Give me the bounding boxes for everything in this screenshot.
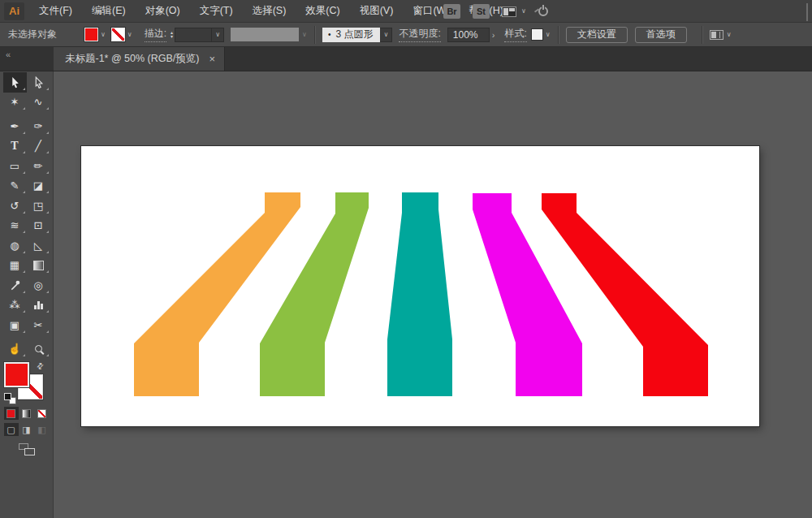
tool-symbol-sprayer[interactable]: ⁂ (3, 296, 27, 316)
document-tab[interactable]: 未标题-1* @ 50% (RGB/预览) × (54, 47, 225, 71)
brush-name: 3 点圆形 (335, 28, 373, 41)
brush-preview-dot-icon: • (328, 30, 331, 39)
style-swatch[interactable] (531, 28, 543, 41)
tool-free-transform[interactable]: ⊡ (27, 216, 50, 236)
tool-gradient[interactable] (27, 256, 50, 276)
none-button[interactable] (35, 407, 50, 420)
style-dropdown-icon[interactable]: ∨ (546, 32, 551, 38)
chevron-down-icon: ∨ (521, 8, 526, 15)
tool-line-segment[interactable]: ╱ (27, 136, 50, 157)
gpu-power-icon[interactable] (538, 6, 548, 16)
perspective-grid-icon: ◺ (34, 240, 42, 251)
color-button[interactable] (4, 407, 19, 420)
brush-dropdown-icon[interactable]: ∨ (380, 28, 392, 42)
tool-selection[interactable] (3, 72, 27, 93)
stroke-weight-field[interactable] (175, 28, 212, 42)
tool-eyedropper[interactable] (3, 275, 27, 296)
tool-slice[interactable]: ✂ (27, 315, 50, 335)
stroke-weight-stepper[interactable]: ▴ ▾ (171, 31, 173, 39)
fill-color-swatch[interactable] (84, 28, 98, 41)
tool-perspective-grid[interactable]: ◺ (27, 235, 50, 256)
tool-hand[interactable]: ☝ (3, 339, 27, 360)
menu-item-effect[interactable]: 效果(C) (305, 4, 339, 18)
scale-icon: ◳ (33, 201, 43, 211)
tool-mesh[interactable]: ▦ (3, 256, 27, 276)
toolbar-dock-header: « (0, 47, 54, 71)
tool-curvature[interactable]: ✑ (27, 116, 50, 136)
tool-direct-selection[interactable] (27, 72, 50, 93)
shape-builder-icon: ◍ (10, 240, 19, 251)
preferences-button[interactable]: 首选项 (635, 27, 687, 43)
type-icon: T (11, 140, 18, 152)
tool-shape-builder[interactable]: ◍ (3, 235, 27, 256)
screen-mode-button[interactable] (19, 443, 35, 455)
style-label[interactable]: 样式: (504, 27, 526, 42)
collapse-panel-icon[interactable]: « (6, 50, 11, 59)
tool-type[interactable]: T (3, 136, 27, 157)
color-icon (6, 409, 15, 418)
chevron-down-icon[interactable]: ∨ (127, 32, 132, 38)
stepper-down-icon[interactable]: ▾ (171, 35, 173, 39)
opacity-field[interactable]: 100% (447, 28, 490, 42)
tool-rotate[interactable]: ↺ (3, 196, 27, 216)
canvas-pasteboard[interactable] (54, 71, 812, 518)
fill-proxy-swatch[interactable] (4, 362, 29, 387)
tools-panel: ✶∿✒✑T╱▭✏✎◪↺◳≋⊡◍◺▦◎⁂▣✂☝ ⇄ ▢ ◨ ◧ (0, 71, 54, 518)
brushes-panel-button[interactable]: Br (443, 4, 460, 19)
artwork (81, 146, 759, 426)
fill-color-control[interactable]: ∨ (84, 28, 106, 41)
width-profile-preview[interactable] (231, 28, 299, 41)
menu-item-type[interactable]: 文字(T) (200, 4, 233, 18)
graphic-styles-panel-button[interactable]: St (473, 4, 490, 19)
stroke-color-control[interactable]: ∨ (111, 28, 132, 41)
swap-fill-stroke-icon[interactable]: ⇄ (34, 360, 45, 372)
stroke-none-swatch[interactable] (111, 28, 125, 41)
stroke-weight-dropdown-icon[interactable]: ∨ (212, 28, 224, 42)
zoom-magnifier-icon (35, 345, 42, 352)
opacity-panel-arrow-icon[interactable]: › (492, 30, 495, 40)
stroke-label[interactable]: 描边: (145, 27, 166, 42)
tool-column-graph[interactable] (27, 296, 50, 316)
menu-item-select[interactable]: 选择(S) (253, 4, 287, 18)
ribbon-teal[interactable] (387, 192, 452, 396)
tool-pen[interactable]: ✒ (3, 116, 27, 136)
tool-lasso[interactable]: ∿ (27, 93, 50, 113)
tool-scale[interactable]: ◳ (27, 196, 50, 216)
menu-bar-right: Br St ∨ (443, 0, 548, 23)
menu-item-file[interactable]: 文件(F) (39, 4, 72, 18)
close-tab-icon[interactable]: × (209, 53, 216, 65)
chevron-down-icon[interactable]: ∨ (101, 32, 106, 38)
pen-icon: ✒ (11, 121, 19, 132)
brush-definition-dropdown[interactable]: • 3 点圆形 (322, 28, 381, 42)
tool-blend[interactable]: ◎ (27, 275, 50, 296)
tool-paintbrush[interactable]: ✏ (27, 156, 50, 176)
width-profile-dropdown-icon[interactable]: ∨ (302, 32, 307, 38)
arrange-documents-dropdown-icon[interactable]: ∨ (727, 32, 732, 38)
draw-normal-button[interactable]: ▢ (4, 423, 19, 436)
draw-inside-button[interactable]: ◧ (35, 423, 50, 436)
menu-item-view[interactable]: 视图(V) (360, 4, 394, 18)
default-fill-mini-swatch[interactable] (4, 393, 11, 400)
menu-item-edit[interactable]: 编辑(E) (92, 4, 126, 18)
tool-zoom[interactable] (27, 339, 50, 360)
gradient-button[interactable] (19, 407, 34, 420)
tool-eraser[interactable]: ◪ (27, 176, 50, 196)
workspace-switcher[interactable]: ∨ (502, 6, 526, 17)
tool-pencil[interactable]: ✎ (3, 176, 27, 196)
arrange-documents-icon[interactable] (710, 30, 723, 40)
magic-wand-icon: ✶ (11, 97, 19, 107)
tool-width[interactable]: ≋ (3, 216, 27, 236)
tool-artboard[interactable]: ▣ (3, 315, 27, 335)
tool-magic-wand[interactable]: ✶ (3, 93, 27, 113)
main-area: ✶∿✒✑T╱▭✏✎◪↺◳≋⊡◍◺▦◎⁂▣✂☝ ⇄ ▢ ◨ ◧ (0, 71, 812, 518)
window-edge-highlight (806, 3, 808, 21)
opacity-label[interactable]: 不透明度: (399, 27, 440, 42)
tool-rectangle[interactable]: ▭ (3, 156, 27, 176)
document-setup-button[interactable]: 文档设置 (566, 27, 628, 43)
color-mode-buttons (0, 407, 53, 420)
draw-behind-button[interactable]: ◨ (19, 423, 34, 436)
menu-item-object[interactable]: 对象(O) (145, 4, 180, 18)
artboard-icon: ▣ (10, 320, 19, 330)
hand-icon: ☝ (8, 343, 21, 354)
artboard[interactable] (81, 146, 759, 426)
